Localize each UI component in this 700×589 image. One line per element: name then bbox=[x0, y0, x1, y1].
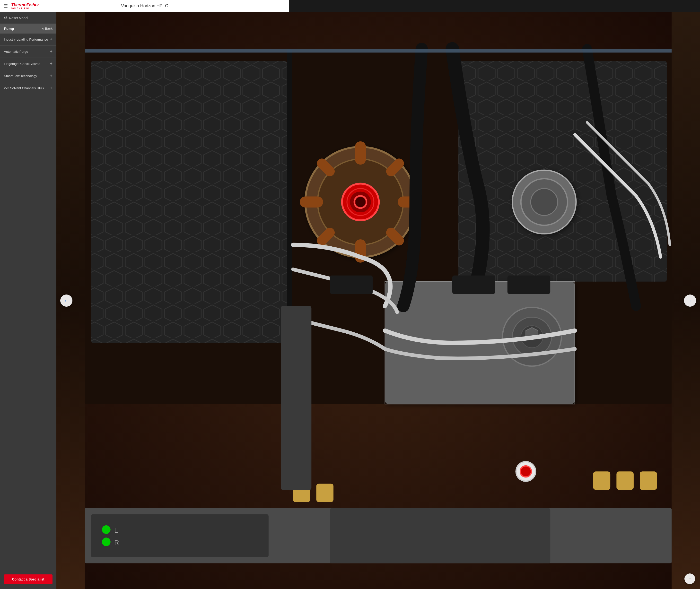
header: ☰ ThermoFisher SCIENTIFIC Vanquish Horiz… bbox=[0, 0, 289, 12]
expand-icon: + bbox=[50, 37, 52, 42]
menu-item-solvent-channels[interactable]: 2x3 Solvent Channels HPG + bbox=[0, 82, 56, 94]
back-label: Back bbox=[45, 27, 52, 30]
menu-item-label: 2x3 Solvent Channels HPG bbox=[4, 86, 44, 90]
menu-item-label: SmartFlow Technology bbox=[4, 74, 37, 78]
menu-items: Industry-Leading Performance + Automatic… bbox=[0, 33, 56, 241]
reset-model-button[interactable]: ↺ Reset Model bbox=[0, 12, 56, 24]
svg-rect-4 bbox=[91, 61, 287, 241]
sidebar: ↺ Reset Model Pump ◄ Back Industry-Leadi… bbox=[0, 12, 56, 241]
hamburger-icon[interactable]: ☰ bbox=[4, 3, 8, 9]
menu-item-label: Automatic Purge bbox=[4, 50, 28, 53]
expand-icon: + bbox=[50, 49, 52, 54]
back-button[interactable]: ◄ Back bbox=[41, 27, 52, 30]
expand-icon: + bbox=[50, 61, 52, 66]
logo-scientific: SCIENTIFIC bbox=[11, 7, 39, 9]
menu-item-smartflow[interactable]: SmartFlow Technology + bbox=[0, 70, 56, 82]
svg-rect-7 bbox=[287, 49, 289, 241]
menu-item-fingertight[interactable]: Fingertight Check Valves + bbox=[0, 58, 56, 70]
menu-item-industry-leading[interactable]: Industry-Leading Performance + bbox=[0, 33, 56, 46]
expand-icon: + bbox=[50, 85, 52, 90]
visualization-container: L R ← → − bbox=[56, 12, 289, 241]
logo-thermo: ThermoFisher bbox=[11, 3, 39, 7]
menu-item-label: Fingertight Check Valves bbox=[4, 62, 40, 65]
pump-label: Pump bbox=[4, 26, 14, 31]
3d-visualization: L R bbox=[56, 12, 289, 241]
page-title: Vanquish Horizon HPLC bbox=[121, 3, 168, 8]
back-chevron-icon: ◄ bbox=[41, 27, 44, 30]
pump-header: Pump ◄ Back bbox=[0, 24, 56, 33]
svg-rect-51 bbox=[85, 49, 289, 52]
menu-item-label: Industry-Leading Performance bbox=[4, 38, 48, 41]
reset-model-label: Reset Model bbox=[9, 16, 28, 20]
menu-item-automatic-purge[interactable]: Automatic Purge + bbox=[0, 46, 56, 58]
reset-icon: ↺ bbox=[4, 16, 7, 20]
main-content: L R ← → − bbox=[56, 12, 289, 241]
expand-icon: + bbox=[50, 73, 52, 78]
logo-area: ThermoFisher SCIENTIFIC bbox=[11, 3, 39, 9]
